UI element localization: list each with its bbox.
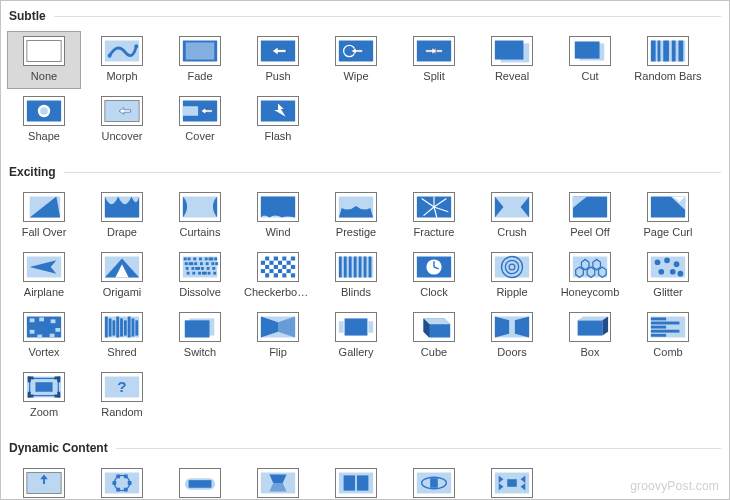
transition-label: Drape	[86, 226, 158, 238]
transition-dissolve[interactable]: Dissolve	[163, 247, 237, 305]
svg-rect-202	[507, 479, 517, 487]
transition-reveal[interactable]: Reveal	[475, 31, 549, 89]
svg-point-136	[658, 269, 664, 275]
svg-rect-155	[132, 318, 135, 336]
transition-label: Airplane	[8, 286, 80, 298]
transition-page-curl[interactable]: Page Curl	[631, 187, 705, 245]
transition-label: Fracture	[398, 226, 470, 238]
svg-rect-13	[575, 41, 600, 58]
transition-prestige[interactable]: Prestige	[319, 187, 393, 245]
transition-glitter[interactable]: Glitter	[631, 247, 705, 305]
shred-icon	[101, 312, 143, 342]
transition-none[interactable]: None	[7, 31, 81, 89]
svg-rect-81	[287, 257, 291, 261]
svg-rect-106	[291, 269, 295, 273]
transition-push[interactable]: Push	[241, 31, 315, 89]
transition-label: Curtains	[164, 226, 236, 238]
transition-label: Vortex	[8, 346, 80, 358]
transition-fracture[interactable]: Fracture	[397, 187, 471, 245]
transition-curtains[interactable]: Curtains	[163, 187, 237, 245]
transition-rotate[interactable]: Rotate	[241, 463, 315, 500]
transition-morph[interactable]: Morph	[85, 31, 159, 89]
svg-rect-111	[278, 273, 282, 277]
transition-fade[interactable]: Fade	[163, 31, 237, 89]
transition-clock[interactable]: Clock	[397, 247, 471, 305]
svg-rect-146	[30, 330, 35, 334]
transition-flash[interactable]: Flash	[241, 91, 315, 149]
svg-rect-143	[55, 328, 60, 332]
svg-rect-141	[39, 317, 44, 321]
transition-label: Glitter	[632, 286, 704, 298]
transition-fly-through[interactable]: Fly Through	[475, 463, 549, 500]
transition-gallery[interactable]: Gallery	[319, 307, 393, 365]
transition-ferris-wheel[interactable]: Ferris Wheel	[85, 463, 159, 500]
svg-rect-17	[663, 41, 669, 62]
svg-point-133	[655, 259, 661, 265]
svg-rect-52	[198, 272, 201, 275]
transition-airplane[interactable]: Airplane	[7, 247, 81, 305]
transition-checkerboard[interactable]: Checkerboa...	[241, 247, 315, 305]
transition-label: Push	[242, 70, 314, 82]
svg-rect-118	[349, 257, 352, 278]
transition-cover[interactable]: Cover	[163, 91, 237, 149]
svg-rect-152	[120, 318, 123, 336]
svg-rect-144	[50, 334, 55, 338]
transition-label: Dissolve	[164, 286, 236, 298]
transition-vortex[interactable]: Vortex	[7, 307, 81, 365]
transition-wipe[interactable]: Wipe	[319, 31, 393, 89]
transition-flip[interactable]: Flip	[241, 307, 315, 365]
transition-conveyor[interactable]: Conveyor	[163, 463, 237, 500]
transition-zoom[interactable]: Zoom	[7, 367, 81, 425]
transition-doors[interactable]: Doors	[475, 307, 549, 365]
transition-shred[interactable]: Shred	[85, 307, 159, 365]
svg-rect-85	[269, 261, 273, 265]
transition-crush[interactable]: Crush	[475, 187, 549, 245]
svg-rect-104	[282, 269, 286, 273]
reveal-icon	[491, 36, 533, 66]
transition-ripple[interactable]: Ripple	[475, 247, 549, 305]
transition-window[interactable]: Window	[319, 463, 393, 500]
svg-rect-190	[116, 474, 120, 478]
transition-label: Random	[86, 406, 158, 418]
transition-fall-over[interactable]: Fall Over	[7, 187, 81, 245]
transition-grid: NoneMorphFadePushWipeSplitRevealCutRando…	[7, 27, 723, 155]
transition-box[interactable]: Box	[553, 307, 627, 365]
transition-honeycomb[interactable]: Honeycomb	[553, 247, 627, 305]
transition-grid: PanFerris WheelConveyorRotateWindowOrbit…	[7, 459, 723, 500]
transition-shape[interactable]: Shape	[7, 91, 81, 149]
svg-rect-145	[37, 335, 42, 339]
transition-split[interactable]: Split	[397, 31, 471, 89]
svg-point-2	[108, 54, 112, 58]
fracture-icon	[413, 192, 455, 222]
transition-switch[interactable]: Switch	[163, 307, 237, 365]
transition-drape[interactable]: Drape	[85, 187, 159, 245]
transition-random-bars[interactable]: Random Bars	[631, 31, 705, 89]
transition-cube[interactable]: Cube	[397, 307, 471, 365]
transition-orbit[interactable]: Orbit	[397, 463, 471, 500]
svg-rect-197	[357, 475, 368, 490]
svg-rect-75	[261, 257, 265, 261]
flip-icon	[257, 312, 299, 342]
transition-peel-off[interactable]: Peel Off	[553, 187, 627, 245]
wipe-icon	[335, 36, 377, 66]
svg-rect-90	[291, 261, 295, 265]
svg-rect-112	[282, 273, 286, 277]
svg-rect-97	[287, 265, 291, 269]
transition-label: Morph	[86, 70, 158, 82]
transition-random[interactable]: ?Random	[85, 367, 159, 425]
svg-rect-100	[265, 269, 269, 273]
blinds-icon	[335, 252, 377, 282]
transition-wind[interactable]: Wind	[241, 187, 315, 245]
svg-rect-116	[339, 257, 342, 278]
checkerboard-icon	[257, 252, 299, 282]
transition-cut[interactable]: Cut	[553, 31, 627, 89]
transition-pan[interactable]: Pan	[7, 463, 81, 500]
transition-comb[interactable]: Comb	[631, 307, 705, 365]
svg-rect-50	[185, 262, 188, 265]
transition-blinds[interactable]: Blinds	[319, 247, 393, 305]
transition-label: Random Bars	[632, 70, 704, 82]
transition-origami[interactable]: Origami	[85, 247, 159, 305]
section-header: Subtle	[7, 5, 723, 27]
svg-rect-5	[186, 42, 215, 59]
transition-uncover[interactable]: Uncover	[85, 91, 159, 149]
